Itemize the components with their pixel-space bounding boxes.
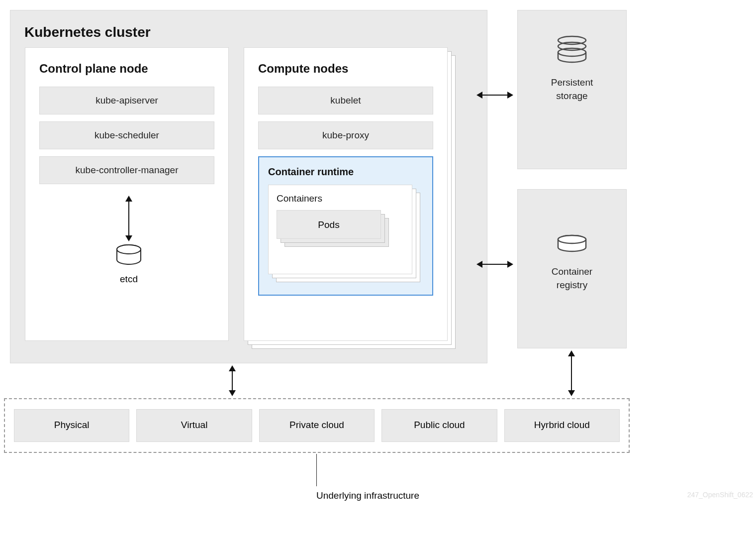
kube-controller-manager-box: kube-controller-manager bbox=[39, 156, 214, 184]
infra-public-cloud: Public cloud bbox=[381, 409, 497, 442]
runtime-title: Container runtime bbox=[268, 166, 423, 178]
storage-label: Persistentstorage bbox=[518, 76, 626, 103]
infra-virtual: Virtual bbox=[136, 409, 252, 442]
containers-label: Containers bbox=[277, 193, 404, 204]
compute-nodes-stack: Compute nodes kubelet kube-proxy Contain… bbox=[244, 47, 458, 348]
cluster-registry-arrow bbox=[477, 264, 512, 265]
kubelet-box: kubelet bbox=[258, 87, 433, 114]
diagram-canvas: Kubernetes cluster Control plane node ku… bbox=[0, 0, 756, 544]
cluster-infra-arrow bbox=[232, 366, 233, 395]
kube-proxy-box: kube-proxy bbox=[258, 121, 433, 149]
infrastructure-container: Physical Virtual Private cloud Public cl… bbox=[4, 398, 630, 453]
pods-main: Pods bbox=[277, 210, 381, 239]
svg-point-1 bbox=[117, 245, 141, 254]
svg-point-4 bbox=[558, 48, 586, 56]
database-icon bbox=[115, 244, 142, 266]
storage-stack-icon bbox=[555, 35, 589, 65]
kube-apiserver-box: kube-apiserver bbox=[39, 87, 214, 114]
container-registry-box: Containerregistry bbox=[517, 189, 627, 348]
infra-private-cloud: Private cloud bbox=[259, 409, 375, 442]
svg-point-6 bbox=[558, 235, 586, 243]
registry-disk-icon bbox=[555, 234, 589, 254]
containers-stack: Containers Pods bbox=[268, 185, 422, 284]
infra-physical: Physical bbox=[14, 409, 129, 442]
cluster-title: Kubernetes cluster bbox=[24, 24, 473, 40]
registry-infra-arrow bbox=[571, 351, 572, 395]
infra-hybrid-cloud: Hyrbrid cloud bbox=[504, 409, 620, 442]
persistent-storage-box: Persistentstorage bbox=[517, 10, 627, 169]
compute-title: Compute nodes bbox=[258, 62, 433, 76]
control-plane-node: Control plane node kube-apiserver kube-s… bbox=[25, 47, 229, 341]
containers-main: Containers Pods bbox=[268, 185, 412, 274]
kube-scheduler-box: kube-scheduler bbox=[39, 121, 214, 149]
pods-stack: Pods bbox=[277, 210, 391, 265]
control-plane-etcd-arrow bbox=[128, 197, 129, 240]
cluster-storage-arrow bbox=[477, 95, 512, 96]
control-plane-title: Control plane node bbox=[39, 62, 214, 76]
compute-node-main: Compute nodes kubelet kube-proxy Contain… bbox=[244, 47, 448, 341]
registry-label: Containerregistry bbox=[518, 265, 626, 292]
infrastructure-label: Underlying infrastructure bbox=[316, 490, 419, 501]
container-runtime-box: Container runtime Containers Pods bbox=[258, 156, 433, 296]
infra-callout-line bbox=[316, 454, 317, 486]
watermark-text: 247_OpenShift_0622 bbox=[687, 491, 753, 499]
etcd-label: etcd bbox=[116, 274, 141, 285]
